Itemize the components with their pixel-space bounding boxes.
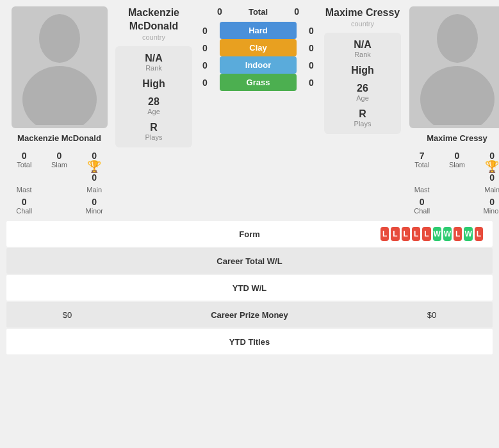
left-stat-main-label: Main (78, 186, 111, 194)
form-badges-container: LLLLLWWLWL (380, 227, 483, 241)
right-stats-grid: 7 Total 0 Slam 0 🏆 0 Mast Main (406, 151, 500, 215)
left-stat-mast: 0 🏆 0 (78, 151, 111, 183)
right-stat-mast: 0 🏆 0 (476, 151, 499, 183)
form-badge-l: L (402, 227, 410, 241)
top-player-area: Mackenzie McDonald 0 Total 0 Slam 0 🏆 0 … (0, 0, 499, 221)
left-center-stats-card: N/A Rank High 28 Age R Plays (115, 46, 192, 147)
right-name-flag: Maxime Cressy country (324, 6, 401, 28)
left-name-flag: Mackenzie McDonald country (115, 6, 192, 41)
form-badge-w: W (433, 227, 441, 241)
right-high-stat: High (351, 65, 374, 76)
right-stat-total: 7 Total (406, 151, 439, 183)
svg-point-1 (22, 66, 97, 125)
prize-row: $0 Career Prize Money $0 (6, 302, 493, 328)
right-trophy-icon: 🏆 (485, 161, 499, 172)
left-stats-grid: 0 Total 0 Slam 0 🏆 0 Mast Main (8, 151, 111, 215)
hard-surface-row: 0 Hard 0 (195, 22, 321, 39)
total-header-row: 0 Total 0 (195, 6, 321, 17)
left-player-name: Mackenzie McDonald (17, 133, 101, 143)
bottom-section: Form LLLLLWWLWL Career Total W/L YTD W/L… (0, 221, 499, 362)
form-badge-l: L (391, 227, 399, 241)
right-stat-main-label: Main (476, 186, 499, 194)
grass-surface-button[interactable]: Grass (220, 74, 297, 91)
ytd-wl-row: YTD W/L (6, 275, 493, 301)
right-name-stats-block: Maxime Cressy country N/A Rank High 26 A… (324, 6, 401, 215)
form-badge-l: L (412, 227, 420, 241)
form-badge-l: L (422, 227, 430, 241)
left-player-column: Mackenzie McDonald 0 Total 0 Slam 0 🏆 0 … (6, 6, 112, 215)
left-stat-chall: 0 Chall (8, 197, 41, 215)
right-silhouette (413, 10, 500, 125)
left-stat-minor: 0 Minor (78, 197, 111, 215)
left-player-photo (12, 6, 108, 128)
right-player-photo (409, 6, 500, 128)
form-badge-l: L (380, 227, 389, 241)
right-stat-slam: 0 Slam (439, 151, 475, 183)
right-stat-minor: 0 Minor (476, 197, 499, 215)
indoor-surface-button[interactable]: Indoor (220, 56, 297, 74)
form-badge-l: L (475, 227, 483, 241)
right-center-stats-card: N/A Rank High 26 Age R Plays (324, 33, 401, 134)
svg-point-2 (437, 14, 478, 63)
form-row: Form LLLLLWWLWL (6, 221, 493, 247)
left-stat-slam: 0 Slam (42, 151, 77, 183)
center-surfaces: 0 Total 0 0 Hard 0 0 Clay 0 0 Indoor 0 (195, 6, 321, 215)
form-badge-l: L (454, 227, 462, 241)
career-wl-row: Career Total W/L (6, 248, 493, 274)
left-silhouette (15, 10, 104, 125)
right-player-column: Maxime Cressy 7 Total 0 Slam 0 🏆 0 Mast (404, 6, 499, 215)
main-container: Mackenzie McDonald 0 Total 0 Slam 0 🏆 0 … (0, 0, 499, 362)
left-rank-stat: N/A Rank (145, 53, 163, 72)
clay-surface-row: 0 Clay 0 (195, 39, 321, 56)
right-player-name: Maxime Cressy (427, 133, 487, 143)
left-age-stat: 28 Age (147, 96, 160, 115)
form-badge-w: W (464, 227, 472, 241)
svg-point-3 (420, 66, 495, 125)
svg-point-0 (39, 14, 80, 63)
left-trophy-icon: 🏆 (87, 161, 101, 172)
left-plays-stat: R Plays (145, 122, 163, 141)
right-age-stat: 26 Age (356, 83, 369, 102)
left-stat-total: 0 Total (8, 151, 41, 183)
left-stat-mast-label: Mast (8, 186, 41, 194)
right-plays-stat: R Plays (354, 108, 372, 128)
clay-surface-button[interactable]: Clay (220, 39, 297, 56)
right-rank-stat: N/A Rank (354, 39, 372, 58)
grass-surface-row: 0 Grass 0 (195, 74, 321, 91)
left-name-stats-block: Mackenzie McDonald country N/A Rank High… (115, 6, 192, 215)
indoor-surface-row: 0 Indoor 0 (195, 56, 321, 74)
ytd-titles-row: YTD Titles (6, 329, 493, 354)
left-high-stat: High (142, 78, 165, 90)
hard-surface-button[interactable]: Hard (220, 22, 297, 39)
form-badge-w: W (443, 227, 452, 241)
right-stat-mast-label: Mast (406, 186, 439, 194)
right-stat-chall: 0 Chall (406, 197, 439, 215)
